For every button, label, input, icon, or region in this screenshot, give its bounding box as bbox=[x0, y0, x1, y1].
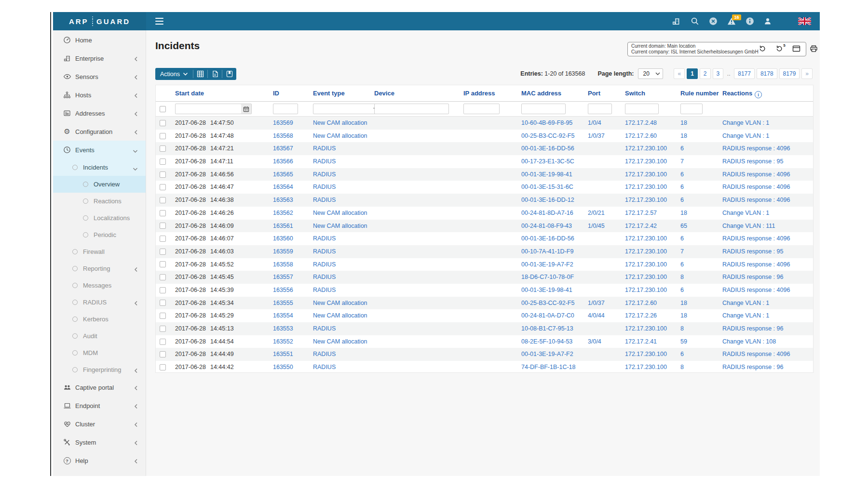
cell-event-type-link[interactable]: RADIUS bbox=[313, 168, 336, 181]
cell-switch-link[interactable]: 172.17.230.100 bbox=[625, 284, 667, 297]
sidebar-item-cluster[interactable]: Cluster bbox=[53, 415, 146, 433]
row-checkbox[interactable] bbox=[160, 120, 166, 126]
cell-mac-address-link[interactable]: 00-01-3E-15-31-6C bbox=[521, 181, 573, 194]
column-header-switch[interactable]: Switch bbox=[625, 85, 645, 101]
search-icon[interactable] bbox=[691, 17, 699, 26]
cell-rule-number-link[interactable]: 6 bbox=[680, 142, 684, 155]
cell-id-link[interactable]: 163559 bbox=[273, 245, 293, 258]
cell-id-link[interactable]: 163561 bbox=[273, 220, 293, 233]
uk-flag-icon[interactable] bbox=[798, 17, 811, 25]
cell-id-link[interactable]: 163556 bbox=[273, 284, 293, 297]
filter-input-switch[interactable] bbox=[625, 104, 659, 114]
cell-switch-link[interactable]: 172.17.230.100 bbox=[625, 271, 667, 284]
sidebar-item-messages[interactable]: Messages bbox=[53, 277, 146, 294]
cell-rule-number-link[interactable]: 6 bbox=[680, 181, 684, 194]
cell-reaction-link[interactable]: Change VLAN : 1 bbox=[722, 297, 769, 310]
cell-switch-link[interactable]: 172.17.2.26 bbox=[625, 309, 657, 322]
row-checkbox[interactable] bbox=[160, 339, 166, 345]
column-header-mac[interactable]: MAC address bbox=[521, 85, 561, 101]
cell-switch-link[interactable]: 172.17.2.41 bbox=[625, 335, 657, 348]
cell-switch-link[interactable]: 172.17.230.100 bbox=[625, 348, 667, 361]
cell-switch-link[interactable]: 172.17.230.100 bbox=[625, 322, 667, 335]
print-icon[interactable] bbox=[810, 45, 818, 54]
cell-event-type-link[interactable]: RADIUS bbox=[313, 155, 336, 168]
cell-id-link[interactable]: 163569 bbox=[273, 117, 293, 130]
cell-id-link[interactable]: 163568 bbox=[273, 130, 293, 143]
cell-switch-link[interactable]: 172.17.2.57 bbox=[625, 207, 657, 220]
cell-switch-link[interactable]: 172.17.2.48 bbox=[625, 117, 657, 130]
cell-event-type-link[interactable]: New CAM allocation bbox=[313, 130, 367, 143]
cell-switch-link[interactable]: 172.17.230.100 bbox=[625, 194, 667, 207]
cell-mac-address-link[interactable]: 00-01-3E-16-DD-12 bbox=[521, 194, 574, 207]
column-header-port[interactable]: Port bbox=[588, 85, 600, 101]
cell-switch-link[interactable]: 172.17.230.100 bbox=[625, 258, 667, 271]
cell-event-type-link[interactable]: New CAM allocation bbox=[313, 309, 367, 322]
actions-button[interactable]: Actions bbox=[155, 68, 193, 80]
cell-reaction-link[interactable]: RADIUS response : 4096 bbox=[722, 194, 790, 207]
sidebar-item-hosts[interactable]: Hosts bbox=[53, 86, 146, 104]
filter-input-start_date[interactable] bbox=[175, 104, 242, 114]
column-header-device[interactable]: Device bbox=[374, 85, 394, 101]
cell-mac-address-link[interactable]: 00-01-3E-19-A7-F2 bbox=[521, 258, 573, 271]
refresh-interval-5-icon[interactable]: 5 bbox=[775, 45, 783, 54]
cell-event-type-link[interactable]: New CAM allocation bbox=[313, 297, 367, 310]
cell-event-type-link[interactable]: RADIUS bbox=[313, 348, 336, 361]
cell-reaction-link[interactable]: RADIUS response : 4096 bbox=[722, 232, 790, 245]
pagination-page-1[interactable]: 1 bbox=[687, 68, 698, 79]
cell-switch-link[interactable]: 172.17.230.100 bbox=[625, 181, 667, 194]
cell-reaction-link[interactable]: RADIUS response : 96 bbox=[722, 271, 783, 284]
cell-switch-link[interactable]: 172.17.230.100 bbox=[625, 232, 667, 245]
sidebar-item-enterprise[interactable]: Enterprise bbox=[53, 49, 146, 67]
cell-reaction-link[interactable]: RADIUS response : 4096 bbox=[722, 142, 790, 155]
sidebar-item-help[interactable]: ?Help bbox=[53, 451, 146, 470]
row-checkbox[interactable] bbox=[160, 197, 166, 203]
row-checkbox[interactable] bbox=[160, 223, 166, 229]
cell-mac-address-link[interactable]: 00-17-23-E1-3C-5C bbox=[521, 155, 574, 168]
cell-rule-number-link[interactable]: 6 bbox=[680, 232, 684, 245]
cell-switch-link[interactable]: 172.17.2.60 bbox=[625, 297, 657, 310]
cell-id-link[interactable]: 163550 bbox=[273, 361, 293, 374]
cell-rule-number-link[interactable]: 18 bbox=[680, 130, 687, 143]
cell-reaction-link[interactable]: RADIUS response : 96 bbox=[722, 322, 783, 335]
cell-event-type-link[interactable]: RADIUS bbox=[313, 258, 336, 271]
cell-reaction-link[interactable]: Change VLAN : 1 bbox=[722, 117, 769, 130]
sidebar-item-home[interactable]: Home bbox=[53, 31, 146, 49]
window-icon[interactable] bbox=[792, 45, 800, 54]
column-header-rule[interactable]: Rule number bbox=[680, 85, 719, 101]
cell-reaction-link[interactable]: Change VLAN : 111 bbox=[722, 220, 775, 233]
cell-id-link[interactable]: 163557 bbox=[273, 271, 293, 284]
info-icon[interactable] bbox=[746, 17, 754, 26]
cell-id-link[interactable]: 163554 bbox=[273, 309, 293, 322]
close-circle-icon[interactable] bbox=[709, 17, 718, 26]
cell-rule-number-link[interactable]: 65 bbox=[680, 220, 687, 233]
cell-switch-link[interactable]: 172.17.230.100 bbox=[625, 361, 667, 374]
cell-mac-address-link[interactable]: 00-10-7A-41-1D-F9 bbox=[521, 245, 573, 258]
cell-id-link[interactable]: 163566 bbox=[273, 155, 293, 168]
cell-reaction-link[interactable]: RADIUS response : 4096 bbox=[722, 284, 790, 297]
cell-event-type-link[interactable]: New CAM allocation bbox=[313, 117, 367, 130]
cell-event-type-link[interactable]: RADIUS bbox=[313, 322, 336, 335]
cell-reaction-link[interactable]: Change VLAN : 1 bbox=[722, 309, 769, 322]
pagination-page-2[interactable]: 2 bbox=[700, 68, 711, 79]
row-checkbox[interactable] bbox=[160, 133, 166, 139]
cell-mac-address-link[interactable]: 00-01-3E-16-DD-56 bbox=[521, 232, 574, 245]
sidebar-item-localizations[interactable]: Localizations bbox=[53, 210, 146, 226]
cell-rule-number-link[interactable]: 7 bbox=[680, 155, 684, 168]
sidebar-item-kerberos[interactable]: Kerberos bbox=[53, 311, 146, 328]
cell-rule-number-link[interactable]: 6 bbox=[680, 194, 684, 207]
sidebar-item-periodic[interactable]: Periodic bbox=[53, 226, 146, 243]
sidebar-item-sensors[interactable]: Sensors bbox=[53, 67, 146, 86]
cell-rule-number-link[interactable]: 6 bbox=[680, 258, 684, 271]
table-grid-icon[interactable] bbox=[193, 68, 207, 80]
sidebar-item-radius[interactable]: RADIUS bbox=[53, 294, 146, 311]
column-header-event_type[interactable]: Event type bbox=[313, 85, 345, 101]
row-checkbox[interactable] bbox=[160, 184, 166, 190]
cell-event-type-link[interactable]: RADIUS bbox=[313, 361, 336, 374]
cell-port-link[interactable]: 4/0/44 bbox=[588, 309, 605, 322]
column-header-reactions[interactable]: Reactionsi bbox=[722, 85, 762, 101]
cell-id-link[interactable]: 163553 bbox=[273, 322, 293, 335]
cell-rule-number-link[interactable]: 8 bbox=[680, 271, 684, 284]
cell-switch-link[interactable]: 172.17.2.60 bbox=[625, 130, 657, 143]
pagination-prev-button[interactable]: « bbox=[674, 68, 685, 79]
cell-event-type-link[interactable]: New CAM allocation bbox=[313, 207, 367, 220]
